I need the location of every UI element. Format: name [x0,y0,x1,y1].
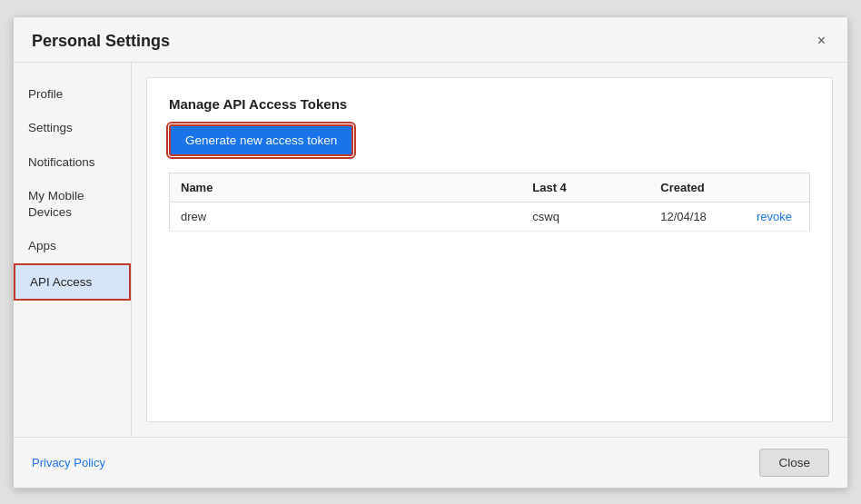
main-content: Manage API Access Tokens Generate new ac… [146,77,833,422]
sidebar-item-api-access[interactable]: API Access [14,263,131,301]
generate-token-button[interactable]: Generate new access token [169,124,353,156]
sidebar: Profile Settings Notifications My Mobile… [14,63,132,437]
token-last4: cswq [521,202,649,231]
col-header-last4: Last 4 [521,173,649,202]
token-name: drew [170,202,522,231]
section-title: Manage API Access Tokens [169,96,810,112]
col-header-created: Created [649,173,746,202]
sidebar-item-settings[interactable]: Settings [14,111,131,145]
modal-header: Personal Settings × [14,17,847,63]
token-created: 12/04/18 [649,202,746,231]
sidebar-item-profile[interactable]: Profile [14,77,131,112]
close-button[interactable]: Close [759,449,829,477]
col-header-name: Name [170,173,522,202]
token-table: Name Last 4 Created drew cswq 12/04/18 r… [169,173,810,232]
modal-title: Personal Settings [32,32,170,51]
sidebar-item-apps[interactable]: Apps [14,229,131,263]
modal: Personal Settings × Profile Settings Not… [13,16,848,489]
token-action: revoke [746,202,810,231]
close-x-button[interactable]: × [814,32,829,50]
modal-body: Profile Settings Notifications My Mobile… [14,63,847,437]
sidebar-item-my-mobile-devices[interactable]: My Mobile Devices [14,179,131,229]
modal-footer: Privacy Policy Close [14,437,847,488]
modal-overlay: Personal Settings × Profile Settings Not… [0,0,861,504]
privacy-policy-link[interactable]: Privacy Policy [32,456,105,469]
table-row: drew cswq 12/04/18 revoke [170,202,810,231]
col-header-action [746,173,810,202]
revoke-link[interactable]: revoke [757,210,792,223]
sidebar-item-notifications[interactable]: Notifications [14,145,131,180]
